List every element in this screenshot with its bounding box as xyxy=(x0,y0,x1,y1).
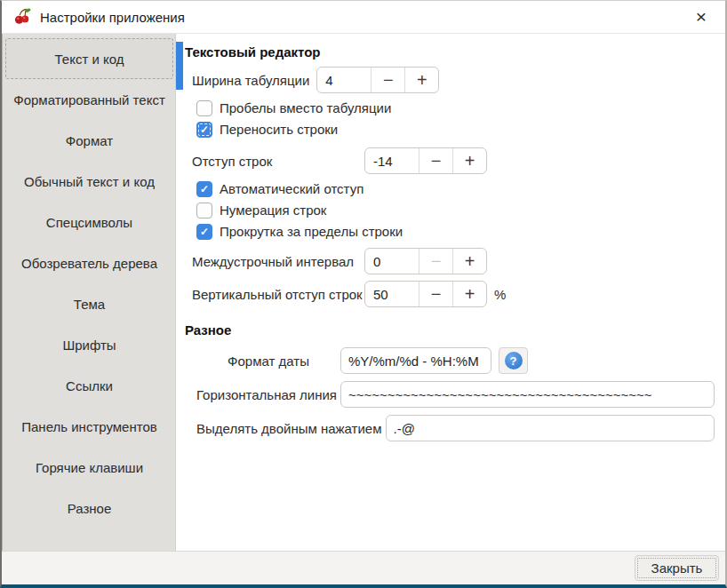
sidebar-item-hotkeys[interactable]: Горячие клавиши xyxy=(5,447,173,488)
sidebar-item-tree-explorer[interactable]: Обозреватель дерева xyxy=(5,242,173,283)
tab-width-minus-button[interactable]: − xyxy=(371,68,404,92)
close-icon[interactable]: × xyxy=(686,2,716,32)
scroll-beyond-end-checkbox[interactable]: ✓ xyxy=(196,224,212,240)
sidebar-item-rich-text[interactable]: Форматированный текст xyxy=(5,79,173,120)
auto-indent-row: ✓ Автоматический отступ xyxy=(196,179,720,198)
tab-width-row: Ширина табуляции 4 − + xyxy=(192,66,720,94)
section-heading-text-editor: Текстовый редактор xyxy=(185,44,720,60)
sidebar-item-special-characters[interactable]: Спецсимволы xyxy=(5,202,173,242)
dialog-body: Текст и код Форматированный текст Формат… xyxy=(2,34,725,551)
line-wrap-label: Переносить строки xyxy=(220,122,338,137)
cherries-icon xyxy=(12,7,32,27)
line-spacing-spinbox: 0 − + xyxy=(364,248,487,274)
line-spacing-row: Междустрочный интервал 0 − + xyxy=(192,247,720,275)
sidebar-item-toolbar[interactable]: Панель инструментов xyxy=(5,406,173,447)
help-icon: ? xyxy=(505,352,523,369)
line-indent-spinbox: -14 − + xyxy=(364,147,487,174)
sidebar-item-links[interactable]: Ссылки xyxy=(5,365,173,406)
tab-width-spinbox: 4 − + xyxy=(316,67,439,93)
line-indent-plus-button[interactable]: + xyxy=(452,148,486,173)
sidebar-item-theme[interactable]: Тема xyxy=(5,283,173,324)
vertical-space-spinbox: 50 − + xyxy=(364,281,487,307)
sidebar-item-misc[interactable]: Разное xyxy=(5,488,173,528)
settings-dialog: Настройки приложения × Текст и код Форма… xyxy=(0,0,727,588)
tab-width-label: Ширина табуляции xyxy=(192,73,309,88)
vertical-space-minus-button[interactable]: − xyxy=(419,282,452,306)
sidebar-item-fonts[interactable]: Шрифты xyxy=(5,324,173,365)
window-title: Настройки приложения xyxy=(40,10,185,25)
tab-width-plus-button[interactable]: + xyxy=(404,68,438,92)
horizontal-rule-row: Горизонтальная линия xyxy=(196,380,715,409)
line-numbers-label: Нумерация строк xyxy=(220,203,326,218)
vertical-space-plus-button[interactable]: + xyxy=(452,282,486,306)
date-format-row: Формат даты ? xyxy=(196,346,715,375)
line-wrap-checkbox[interactable]: ✓ xyxy=(196,122,212,138)
date-format-help-button[interactable]: ? xyxy=(499,347,528,374)
date-format-label: Формат даты xyxy=(196,354,340,369)
vertical-space-suffix: % xyxy=(494,287,506,302)
horizontal-rule-label: Горизонтальная линия xyxy=(196,387,337,402)
tab-width-value[interactable]: 4 xyxy=(317,68,371,92)
line-indent-minus-button[interactable]: − xyxy=(419,148,452,173)
scroll-beyond-end-row: ✓ Прокрутка за пределы строки xyxy=(196,222,720,241)
title-bar: Настройки приложения × xyxy=(2,1,725,34)
line-spacing-value[interactable]: 0 xyxy=(365,249,419,274)
line-numbers-row: Нумерация строк xyxy=(196,201,720,219)
line-indent-label: Отступ строк xyxy=(192,154,364,169)
selected-category-indicator xyxy=(176,42,183,90)
sidebar-item-text-and-code[interactable]: Текст и код xyxy=(5,38,173,79)
double-click-select-input[interactable] xyxy=(386,415,715,441)
date-format-input[interactable] xyxy=(340,347,491,374)
line-spacing-plus-button[interactable]: + xyxy=(452,249,486,274)
double-click-select-row: Выделять двойным нажатием xyxy=(196,414,715,442)
line-numbers-checkbox[interactable] xyxy=(196,203,212,219)
spaces-instead-tabs-row: Пробелы вместо табуляции xyxy=(196,99,720,117)
category-sidebar: Текст и код Форматированный текст Формат… xyxy=(2,34,176,551)
sidebar-item-plain-text-and-code[interactable]: Обычный текст и код xyxy=(5,161,173,202)
sidebar-item-format[interactable]: Формат xyxy=(5,120,173,161)
close-button[interactable]: Закрыть xyxy=(635,555,719,581)
vertical-space-value[interactable]: 50 xyxy=(365,282,419,306)
section-heading-misc: Разное xyxy=(185,322,720,338)
auto-indent-checkbox[interactable]: ✓ xyxy=(196,181,212,197)
settings-panel: Текстовый редактор Ширина табуляции 4 − … xyxy=(176,34,725,551)
vertical-space-row: Вертикальный отступ строк 50 − + % xyxy=(192,280,720,308)
double-click-select-label: Выделять двойным нажатием xyxy=(196,421,382,436)
spaces-instead-tabs-checkbox[interactable] xyxy=(196,100,212,116)
line-spacing-minus-button[interactable]: − xyxy=(419,249,452,274)
line-wrap-row: ✓ Переносить строки xyxy=(196,120,720,139)
scroll-beyond-end-label: Прокрутка за пределы строки xyxy=(220,224,403,239)
vertical-space-label: Вертикальный отступ строк xyxy=(192,287,364,302)
horizontal-rule-input[interactable] xyxy=(340,381,715,408)
spaces-instead-tabs-label: Пробелы вместо табуляции xyxy=(220,100,391,115)
line-indent-row: Отступ строк -14 − + xyxy=(192,147,720,175)
line-indent-value[interactable]: -14 xyxy=(365,148,419,173)
dialog-footer: Закрыть xyxy=(2,551,725,584)
line-spacing-label: Междустрочный интервал xyxy=(192,254,364,269)
auto-indent-label: Автоматический отступ xyxy=(220,181,364,196)
